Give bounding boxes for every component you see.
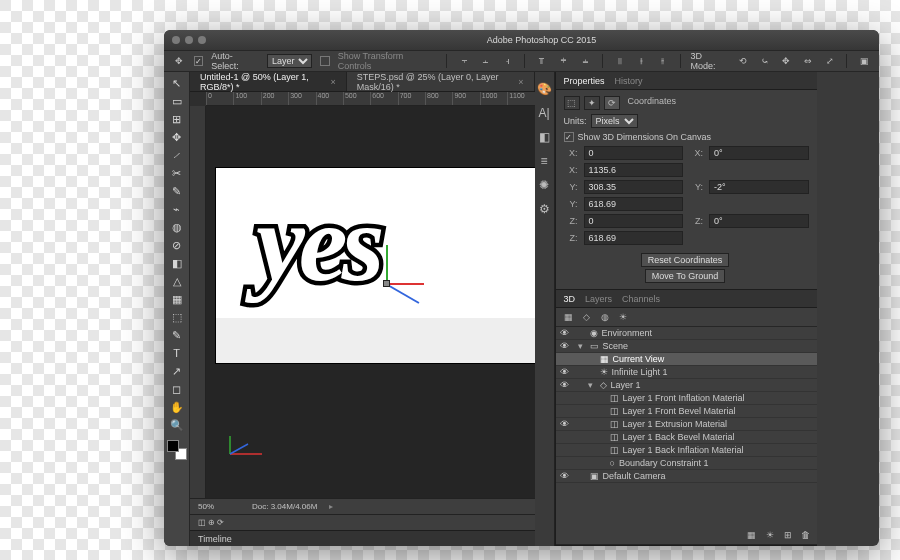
- 3d-item[interactable]: ▦Current View: [556, 353, 817, 366]
- window-controls[interactable]: [172, 36, 206, 44]
- axis-z-icon[interactable]: [386, 283, 420, 304]
- twisty-icon[interactable]: ▾: [588, 380, 596, 390]
- twisty-icon[interactable]: ▾: [578, 341, 586, 351]
- align-right-icon[interactable]: ⫞: [500, 54, 514, 68]
- 3d-slide-icon[interactable]: ⇔: [801, 54, 815, 68]
- canvas-3d-text[interactable]: yes: [256, 188, 378, 298]
- document-tab[interactable]: STEPS.psd @ 25% (Layer 0, Layer Mask/16)…: [347, 72, 535, 91]
- 3d-item[interactable]: 👁☀Infinite Light 1: [556, 366, 817, 379]
- auto-select-checkbox[interactable]: [194, 56, 204, 66]
- z-pos-field[interactable]: 0: [584, 214, 684, 228]
- tool-12[interactable]: ▦: [166, 290, 188, 308]
- 3d-item[interactable]: 👁◉Environment: [556, 327, 817, 340]
- tool-18[interactable]: ✋: [166, 398, 188, 416]
- y-pos-field[interactable]: 308.35: [584, 180, 684, 194]
- artboard[interactable]: yes: [216, 168, 535, 363]
- 3d-item[interactable]: ○Boundary Constraint 1: [556, 457, 817, 470]
- 3d-panel-render-icon[interactable]: ▦: [745, 528, 759, 542]
- axis-y-icon[interactable]: [386, 245, 388, 283]
- move-to-ground-button[interactable]: Move To Ground: [645, 269, 725, 283]
- close-tab-icon[interactable]: ×: [330, 77, 335, 87]
- tool-1[interactable]: ▭: [166, 92, 188, 110]
- x-rot-field[interactable]: 0°: [709, 146, 809, 160]
- close-icon[interactable]: [172, 36, 180, 44]
- 3d-item[interactable]: ◫Layer 1 Front Bevel Material: [556, 405, 817, 418]
- tool-11[interactable]: △: [166, 272, 188, 290]
- timeline-panel[interactable]: Timeline: [190, 530, 535, 546]
- align-bottom-icon[interactable]: ⫨: [578, 54, 592, 68]
- z-rot-field[interactable]: 0°: [709, 214, 809, 228]
- prop-deform-icon[interactable]: ✦: [584, 96, 600, 110]
- 3d-extrude-icon[interactable]: ▣: [857, 54, 871, 68]
- 3d-roll-icon[interactable]: ⤿: [758, 54, 772, 68]
- tool-0[interactable]: ↖: [166, 74, 188, 92]
- distribute-c-icon[interactable]: ⫳: [656, 54, 670, 68]
- distribute-b-icon[interactable]: ⫲: [634, 54, 648, 68]
- 3d-orbit-icon[interactable]: ⟲: [736, 54, 750, 68]
- align-left-icon[interactable]: ⫟: [457, 54, 471, 68]
- tool-2[interactable]: ⊞: [166, 110, 188, 128]
- z-scale-field[interactable]: 618.69: [584, 231, 684, 245]
- auto-select-mode[interactable]: Layer: [267, 54, 312, 68]
- collapsed-panel-5[interactable]: ⚙: [539, 202, 550, 216]
- reset-coordinates-button[interactable]: Reset Coordinates: [641, 253, 730, 267]
- collapsed-panel-1[interactable]: A|: [538, 106, 549, 120]
- 3d-item[interactable]: ◫Layer 1 Back Bevel Material: [556, 431, 817, 444]
- show-transform-checkbox[interactable]: [320, 56, 330, 66]
- tool-19[interactable]: 🔍: [166, 416, 188, 434]
- tool-8[interactable]: ◍: [166, 218, 188, 236]
- visibility-icon[interactable]: 👁: [560, 341, 570, 351]
- units-select[interactable]: Pixels: [591, 114, 638, 128]
- visibility-icon[interactable]: 👁: [560, 367, 570, 377]
- zoom-icon[interactable]: [198, 36, 206, 44]
- visibility-icon[interactable]: 👁: [560, 471, 570, 481]
- collapsed-panel-4[interactable]: ✺: [539, 178, 549, 192]
- tool-13[interactable]: ⬚: [166, 308, 188, 326]
- 3d-item[interactable]: ◫Layer 1 Front Inflation Material: [556, 392, 817, 405]
- align-top-icon[interactable]: ⫪: [535, 54, 549, 68]
- x-pos-field[interactable]: 0: [584, 146, 684, 160]
- visibility-icon[interactable]: 👁: [560, 419, 570, 429]
- minimize-icon[interactable]: [185, 36, 193, 44]
- nav-mode-icons[interactable]: ◫ ⊕ ⟳: [198, 518, 224, 527]
- 3d-item[interactable]: ◫Layer 1 Back Inflation Material: [556, 444, 817, 457]
- align-vcenter-icon[interactable]: ⫩: [557, 54, 571, 68]
- filter-light-icon[interactable]: ☀: [616, 310, 630, 324]
- tool-15[interactable]: T: [166, 344, 188, 362]
- visibility-icon[interactable]: 👁: [560, 380, 570, 390]
- 3d-item[interactable]: 👁▾▭Scene: [556, 340, 817, 353]
- tab-history[interactable]: History: [615, 76, 643, 86]
- filter-mesh-icon[interactable]: ◇: [580, 310, 594, 324]
- tab-channels[interactable]: Channels: [622, 294, 660, 304]
- zoom-level[interactable]: 50%: [198, 502, 240, 511]
- 3d-scale-icon[interactable]: ⤢: [823, 54, 837, 68]
- align-hcenter-icon[interactable]: ⫠: [479, 54, 493, 68]
- filter-material-icon[interactable]: ◍: [598, 310, 612, 324]
- visibility-icon[interactable]: 👁: [560, 328, 570, 338]
- show-3d-dims-checkbox[interactable]: [564, 132, 574, 142]
- 3d-item[interactable]: 👁▣Default Camera: [556, 470, 817, 483]
- 3d-panel-add-icon[interactable]: ⊞: [781, 528, 795, 542]
- x-scale-field[interactable]: 1135.6: [584, 163, 684, 177]
- filter-all-icon[interactable]: ▦: [562, 310, 576, 324]
- tool-3[interactable]: ✥: [166, 128, 188, 146]
- tool-16[interactable]: ↗: [166, 362, 188, 380]
- close-tab-icon[interactable]: ×: [518, 77, 523, 87]
- tool-7[interactable]: ⌁: [166, 200, 188, 218]
- 3d-panel-trash-icon[interactable]: 🗑: [799, 528, 813, 542]
- tool-4[interactable]: ⟋: [166, 146, 188, 164]
- tool-17[interactable]: ◻: [166, 380, 188, 398]
- document-tab[interactable]: Untitled-1 @ 50% (Layer 1, RGB/8*) *×: [190, 72, 347, 91]
- distribute-a-icon[interactable]: ⫴: [613, 54, 627, 68]
- collapsed-panel-0[interactable]: 🎨: [537, 82, 552, 96]
- tool-9[interactable]: ⊘: [166, 236, 188, 254]
- 3d-item[interactable]: 👁◫Layer 1 Extrusion Material: [556, 418, 817, 431]
- tab-properties[interactable]: Properties: [564, 76, 605, 86]
- y-rot-field[interactable]: -2°: [709, 180, 809, 194]
- tool-6[interactable]: ✎: [166, 182, 188, 200]
- tool-5[interactable]: ✂: [166, 164, 188, 182]
- collapsed-panel-3[interactable]: ≡: [540, 154, 547, 168]
- prop-mesh-icon[interactable]: ⬚: [564, 96, 580, 110]
- tab-3d[interactable]: 3D: [564, 294, 576, 304]
- 3d-panel-new-light-icon[interactable]: ☀: [763, 528, 777, 542]
